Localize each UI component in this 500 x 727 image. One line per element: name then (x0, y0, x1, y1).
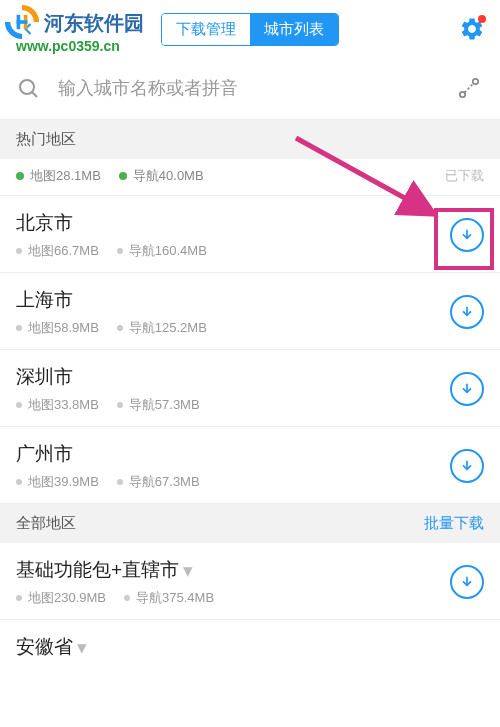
back-icon[interactable] (12, 13, 44, 45)
status-downloaded: 已下载 (445, 167, 484, 185)
meta-nav: 导航375.4MB (124, 589, 214, 607)
svg-point-3 (473, 78, 478, 83)
meta-nav: 导航57.3MB (117, 396, 200, 414)
meta-map: 地图230.9MB (16, 589, 106, 607)
notification-dot (478, 15, 486, 23)
city-name: 深圳市 (16, 364, 450, 390)
tab-download-manage[interactable]: 下载管理 (162, 14, 250, 45)
section-all-header: 全部地区 批量下载 (0, 504, 500, 543)
all-row-anhui[interactable]: 安徽省▾ (0, 620, 500, 670)
section-hot-header: 热门地区 (0, 120, 500, 159)
all-row-base[interactable]: 基础功能包+直辖市▾ 地图230.9MB 导航375.4MB (0, 543, 500, 620)
city-name: 上海市 (16, 287, 450, 313)
download-button[interactable] (450, 449, 484, 483)
meta-map: 地图66.7MB (16, 242, 99, 260)
caret-down-icon: ▾ (183, 559, 193, 582)
meta-map: 地图33.8MB (16, 396, 99, 414)
svg-line-1 (33, 92, 38, 97)
download-button[interactable] (450, 565, 484, 599)
item-name: 基础功能包+直辖市▾ (16, 557, 450, 583)
meta-nav: 导航125.2MB (117, 319, 207, 337)
city-name: 广州市 (16, 441, 450, 467)
city-row-guangzhou[interactable]: 广州市 地图39.9MB 导航67.3MB (0, 427, 500, 504)
city-row-shanghai[interactable]: 上海市 地图58.9MB 导航125.2MB (0, 273, 500, 350)
meta-map: 地图28.1MB (16, 167, 101, 185)
meta-nav: 导航160.4MB (117, 242, 207, 260)
meta-map: 地图39.9MB (16, 473, 99, 491)
app-header: 下载管理 城市列表 (0, 0, 500, 58)
header-tabs: 下载管理 城市列表 (161, 13, 339, 46)
item-name: 安徽省▾ (16, 634, 484, 660)
search-input[interactable] (58, 78, 448, 99)
meta-nav: 导航67.3MB (117, 473, 200, 491)
route-icon[interactable] (456, 75, 484, 103)
city-name: 北京市 (16, 210, 450, 236)
section-hot-title: 热门地区 (16, 130, 76, 149)
city-row-shenzhen[interactable]: 深圳市 地图33.8MB 导航57.3MB (0, 350, 500, 427)
section-all-title: 全部地区 (16, 514, 76, 533)
svg-point-0 (20, 80, 34, 94)
batch-download-link[interactable]: 批量下载 (424, 514, 484, 533)
meta-nav: 导航40.0MB (119, 167, 204, 185)
settings-icon[interactable] (456, 13, 488, 45)
download-button[interactable] (450, 295, 484, 329)
partial-downloaded-row: 地图28.1MB 导航40.0MB 已下载 (0, 159, 500, 196)
city-row-beijing[interactable]: 北京市 地图66.7MB 导航160.4MB (0, 196, 500, 273)
meta-map: 地图58.9MB (16, 319, 99, 337)
tab-city-list[interactable]: 城市列表 (250, 14, 338, 45)
download-button[interactable] (450, 372, 484, 406)
caret-down-icon: ▾ (77, 636, 87, 659)
svg-point-2 (460, 91, 465, 96)
search-bar (0, 58, 500, 120)
search-icon (16, 76, 42, 102)
download-button[interactable] (450, 218, 484, 252)
